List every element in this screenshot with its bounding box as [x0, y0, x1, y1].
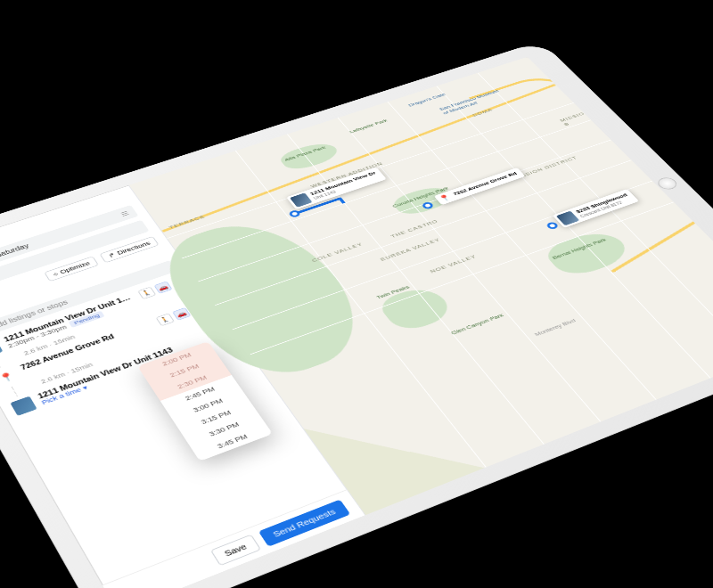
tablet-frame: ← Edit Tour Jane & Marcy Saturday ☰ Wed …: [0, 41, 713, 588]
app-screen: ← Edit Tour Jane & Marcy Saturday ☰ Wed …: [0, 57, 713, 588]
send-requests-button[interactable]: Send Requests: [258, 500, 350, 547]
walk-icon[interactable]: 🚶: [155, 314, 174, 327]
pin-icon: 📍: [438, 193, 454, 203]
listing-thumbnail: [10, 396, 37, 416]
optimize-icon: ⟐: [53, 271, 60, 277]
save-button[interactable]: Save: [210, 535, 261, 567]
edit-icon: ☰: [119, 210, 130, 218]
walk-icon[interactable]: 🚶: [137, 287, 156, 299]
marker-thumbnail: [556, 211, 580, 226]
directions-icon: ↱: [107, 251, 117, 258]
marker-thumbnail: [290, 192, 313, 207]
sidebar-footer: Save Send Requests: [102, 489, 365, 588]
drive-icon[interactable]: 🚗: [153, 282, 172, 294]
pin-icon: 📍: [0, 367, 20, 387]
optimize-label: Optimize: [59, 260, 91, 275]
